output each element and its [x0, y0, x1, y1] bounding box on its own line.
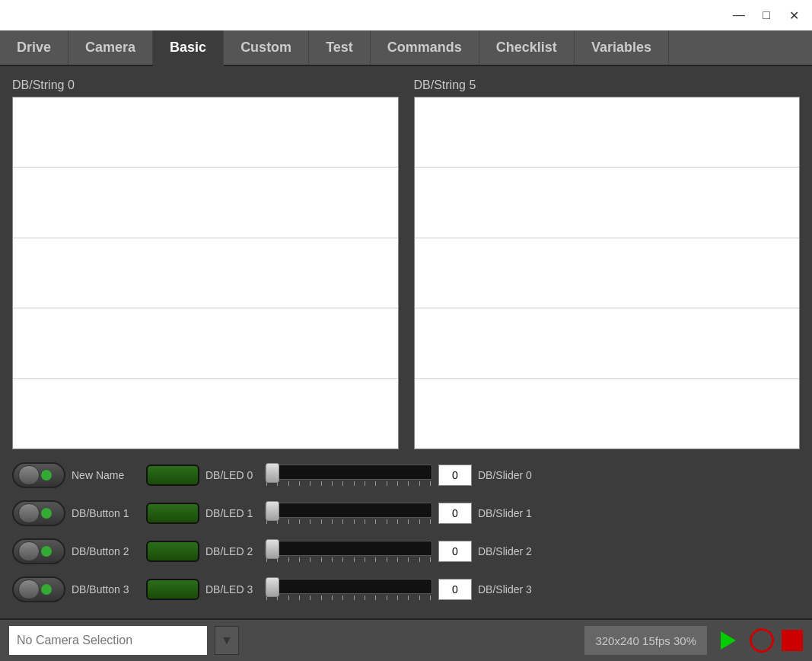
slider-track-1[interactable]	[265, 503, 432, 518]
tab-commands[interactable]: Commands	[371, 30, 479, 65]
led-label-2: DB/LED 2	[205, 545, 259, 557]
string-panel-right-label: DB/String 5	[414, 78, 801, 92]
string-row[interactable]	[13, 379, 398, 449]
button-label-0: New Name	[72, 469, 140, 481]
slider-value-3[interactable]: 0	[438, 579, 472, 600]
slider-thumb-2[interactable]	[266, 539, 279, 559]
controls-area: New Name DB/LED 0 0 DB/Slider 0 DB/Butto…	[12, 458, 800, 612]
slider-name-label-1: DB/Slider 1	[478, 507, 539, 519]
record-button[interactable]	[750, 628, 774, 653]
bottom-bar: ▼ 320x240 15fps 30%	[0, 618, 812, 661]
control-row-1: DB/Button 1 DB/LED 1 0 DB/Slider 1	[12, 497, 800, 530]
slider-name-label-2: DB/Slider 2	[478, 545, 539, 557]
string-panels: DB/String 0 DB/String 5	[12, 78, 800, 449]
led-label-0: DB/LED 0	[205, 469, 259, 481]
toggle-knob-1	[18, 503, 40, 523]
led-indicator-2	[146, 541, 199, 562]
slider-container-3	[265, 579, 432, 600]
maximize-button[interactable]: □	[754, 5, 779, 26]
status-info: 320x240 15fps 30%	[584, 626, 707, 655]
green-dot-0	[41, 470, 52, 481]
string-row[interactable]	[415, 379, 800, 449]
play-button[interactable]	[715, 627, 742, 654]
tab-bar: Drive Camera Basic Custom Test Commands …	[0, 30, 812, 66]
led-label-1: DB/LED 1	[205, 507, 259, 519]
slider-track-3[interactable]	[265, 579, 432, 594]
green-dot-1	[41, 508, 52, 519]
string-row[interactable]	[13, 97, 398, 168]
toggle-button-1[interactable]	[12, 500, 65, 526]
led-indicator-0	[146, 465, 199, 486]
title-bar: — □ ✕	[0, 0, 812, 30]
string-rows-left	[12, 97, 399, 449]
button-label-2: DB/Button 2	[72, 545, 140, 557]
slider-container-2	[265, 541, 432, 562]
slider-ticks-3	[265, 596, 432, 600]
string-rows-right	[414, 97, 801, 449]
toggle-knob-3	[18, 580, 40, 599]
led-label-3: DB/LED 3	[205, 583, 259, 596]
button-label-3: DB/Button 3	[72, 583, 140, 596]
slider-track-0[interactable]	[265, 465, 432, 480]
slider-value-1[interactable]: 0	[438, 503, 472, 524]
close-button[interactable]: ✕	[782, 5, 806, 26]
slider-container-0	[265, 465, 432, 486]
toggle-button-2[interactable]	[12, 538, 65, 564]
tab-drive[interactable]: Drive	[0, 30, 68, 65]
string-panel-right: DB/String 5	[414, 78, 801, 449]
tab-checklist[interactable]: Checklist	[479, 30, 575, 65]
control-row-2: DB/Button 2 DB/LED 2 0 DB/Slider 2	[12, 535, 800, 568]
control-row-3: DB/Button 3 DB/LED 3 0 DB/Slider 3	[12, 573, 800, 606]
button-label-1: DB/Button 1	[72, 507, 140, 519]
camera-dropdown-arrow[interactable]: ▼	[215, 626, 239, 655]
string-panel-left-label: DB/String 0	[12, 78, 399, 92]
tab-test[interactable]: Test	[309, 30, 371, 65]
slider-value-0[interactable]: 0	[438, 465, 472, 486]
slider-name-label-0: DB/Slider 0	[478, 469, 539, 481]
slider-thumb-0[interactable]	[266, 463, 279, 483]
slider-thumb-3[interactable]	[266, 577, 279, 597]
string-row[interactable]	[415, 97, 800, 168]
string-panel-left: DB/String 0	[12, 78, 399, 449]
stop-button[interactable]	[782, 630, 803, 651]
toggle-button-0[interactable]	[12, 462, 65, 488]
toggle-button-3[interactable]	[12, 576, 65, 602]
tab-variables[interactable]: Variables	[575, 30, 669, 65]
string-row[interactable]	[13, 168, 398, 238]
toggle-knob-0	[18, 465, 40, 485]
control-row-0: New Name DB/LED 0 0 DB/Slider 0	[12, 458, 800, 492]
tab-custom[interactable]: Custom	[224, 30, 309, 65]
green-dot-2	[41, 546, 52, 557]
slider-container-1	[265, 503, 432, 524]
string-row[interactable]	[13, 238, 398, 308]
tab-camera[interactable]: Camera	[68, 30, 153, 65]
slider-value-2[interactable]: 0	[438, 541, 472, 562]
slider-thumb-1[interactable]	[266, 501, 279, 521]
main-content: DB/String 0 DB/String 5	[0, 66, 812, 618]
slider-ticks-0	[265, 481, 432, 486]
camera-select-input[interactable]	[9, 626, 207, 655]
slider-name-label-3: DB/Slider 3	[478, 583, 539, 596]
string-row[interactable]	[415, 238, 800, 308]
slider-ticks-1	[265, 519, 432, 524]
led-indicator-3	[146, 579, 199, 600]
string-row[interactable]	[415, 168, 800, 238]
slider-track-2[interactable]	[265, 541, 432, 556]
string-row[interactable]	[415, 308, 800, 378]
led-indicator-1	[146, 503, 199, 524]
play-icon	[721, 631, 736, 650]
green-dot-3	[41, 584, 52, 595]
minimize-button[interactable]: —	[727, 5, 751, 26]
string-row[interactable]	[13, 308, 398, 378]
tab-basic[interactable]: Basic	[153, 30, 224, 66]
slider-ticks-2	[265, 557, 432, 562]
toggle-knob-2	[18, 541, 40, 561]
